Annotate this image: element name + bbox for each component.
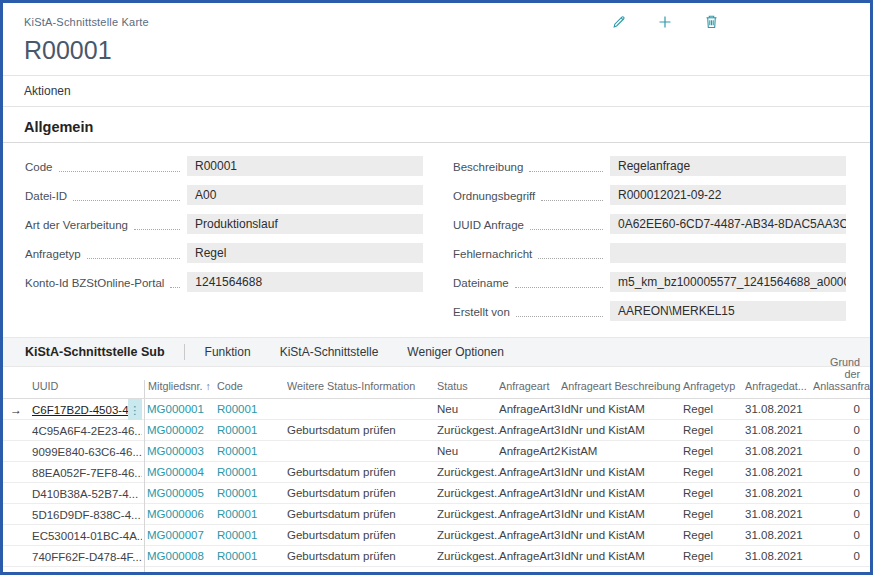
field-value-input[interactable]: R00001	[187, 156, 423, 176]
cell-anfrageart-beschreibung[interactable]: IdNr und KistAM	[561, 504, 683, 525]
cell-anfrageart[interactable]: AnfrageArt3	[499, 504, 561, 525]
cell-anfrageart-beschreibung[interactable]: IdNr und KistAM	[561, 525, 683, 546]
cell-code-link[interactable]: R00001	[217, 399, 287, 420]
cell-mitgliedsnr-link[interactable]: MG000008	[145, 546, 217, 567]
cell-anfragedatum[interactable]: 31.08.2021	[745, 441, 813, 462]
cell-grund-der-anlassanfrage[interactable]: 0	[813, 441, 870, 462]
subform-title[interactable]: KiStA-Schnittstelle Sub	[25, 345, 165, 359]
cell-uuid[interactable]: 88EA052F-7EF8-46... ⋮	[29, 462, 145, 483]
table-row[interactable]: → 740FF62F-D478-4F... ⋮ MG000008 R00001 …	[3, 546, 870, 567]
cell-anfragetyp[interactable]: Regel	[683, 399, 745, 420]
cell-anfrageart-beschreibung[interactable]: KistAM	[561, 441, 683, 462]
cell-status[interactable]: Zurückgest...	[437, 525, 499, 546]
cell-status[interactable]: Zurückgest...	[437, 420, 499, 441]
cell-mitgliedsnr-link[interactable]: MG000002	[145, 420, 217, 441]
cell-weitere-status-information[interactable]: Geburtsdatum prüfen	[287, 420, 437, 441]
menu-item-kista-schnittstelle[interactable]: KiStA-Schnittstelle	[280, 345, 379, 359]
field-value-input[interactable]: Regelanfrage	[610, 156, 846, 176]
cell-anfrageart-beschreibung[interactable]: IdNr und KistAM	[561, 462, 683, 483]
table-row[interactable]: → D6651B12-9E75-48... ⋮ MG000009 R00001 …	[3, 567, 870, 575]
cell-code-link[interactable]: R00001	[217, 525, 287, 546]
cell-weitere-status-information[interactable]: Geburtsdatum prüfen	[287, 546, 437, 567]
cell-anfrageart[interactable]: AnfrageArt3	[499, 462, 561, 483]
table-row[interactable]: → 5D16D9DF-838C-4... ⋮ MG000006 R00001 G…	[3, 504, 870, 525]
cell-weitere-status-information[interactable]: Geburtsdatum prüfen	[287, 462, 437, 483]
field-value-input[interactable]: 0A62EE60-6CD7-4487-AB34-8DAC5AA3C428	[610, 214, 846, 234]
cell-status[interactable]: Neu	[437, 441, 499, 462]
cell-anfrageart[interactable]: AnfrageArt3	[499, 483, 561, 504]
cell-status[interactable]: Zurückgest...	[437, 462, 499, 483]
cell-code-link[interactable]: R00001	[217, 441, 287, 462]
cell-anfrageart-beschreibung[interactable]: IdNr und KistAM	[561, 567, 683, 575]
cell-anfragetyp[interactable]: Regel	[683, 546, 745, 567]
row-options-icon[interactable]: ⋮	[128, 399, 142, 420]
actions-menu[interactable]: Aktionen	[24, 84, 71, 98]
cell-mitgliedsnr-link[interactable]: MG000009	[145, 567, 217, 575]
cell-grund-der-anlassanfrage[interactable]: 0	[813, 504, 870, 525]
cell-status[interactable]: Zurückgest...	[437, 504, 499, 525]
general-section-heading[interactable]: Allgemein	[3, 107, 870, 143]
delete-button[interactable]	[702, 13, 720, 31]
cell-mitgliedsnr-link[interactable]: MG000004	[145, 462, 217, 483]
table-row[interactable]: → D410B38A-52B7-4... ⋮ MG000005 R00001 G…	[3, 483, 870, 504]
cell-status[interactable]: Zurückgest...	[437, 546, 499, 567]
column-header-anfragetyp[interactable]: Anfragetyp	[683, 380, 745, 398]
cell-uuid[interactable]: 5D16D9DF-838C-4... ⋮	[29, 504, 145, 525]
cell-anfrageart[interactable]: AnfrageArt3	[499, 399, 561, 420]
cell-status[interactable]: Zurückgest...	[437, 483, 499, 504]
table-row[interactable]: → 88EA052F-7EF8-46... ⋮ MG000004 R00001 …	[3, 462, 870, 483]
cell-mitgliedsnr-link[interactable]: MG000007	[145, 525, 217, 546]
table-row[interactable]: → EC530014-01BC-4A... ⋮ MG000007 R00001 …	[3, 525, 870, 546]
column-header-code[interactable]: Code	[217, 380, 287, 398]
cell-grund-der-anlassanfrage[interactable]: 0	[813, 483, 870, 504]
field-value-input[interactable]: Produktionslauf	[187, 214, 423, 234]
field-value-input[interactable]: Regel	[187, 243, 423, 263]
cell-anfragetyp[interactable]: Regel	[683, 504, 745, 525]
cell-code-link[interactable]: R00001	[217, 462, 287, 483]
cell-anfragedatum[interactable]: 31.08.2021	[745, 420, 813, 441]
cell-uuid[interactable]: 4C95A6F4-2E23-46... ⋮	[29, 420, 145, 441]
cell-code-link[interactable]: R00001	[217, 546, 287, 567]
cell-anfrageart-beschreibung[interactable]: IdNr und KistAM	[561, 420, 683, 441]
cell-status[interactable]: Neu	[437, 399, 499, 420]
column-header-weitere-status-information[interactable]: Weitere Status-Information	[287, 380, 437, 398]
cell-anfragedatum[interactable]: 31.08.2021	[745, 567, 813, 575]
table-row[interactable]: → 9099E840-63C6-46... ⋮ MG000003 R00001 …	[3, 441, 870, 462]
cell-mitgliedsnr-link[interactable]: MG000006	[145, 504, 217, 525]
cell-mitgliedsnr-link[interactable]: MG000003	[145, 441, 217, 462]
cell-anfragedatum[interactable]: 31.08.2021	[745, 546, 813, 567]
cell-anfragedatum[interactable]: 31.08.2021	[745, 504, 813, 525]
column-header-uuid[interactable]: UUID	[29, 380, 145, 398]
table-row[interactable]: → 4C95A6F4-2E23-46... ⋮ MG000002 R00001 …	[3, 420, 870, 441]
cell-grund-der-anlassanfrage[interactable]: 0	[813, 546, 870, 567]
cell-weitere-status-information[interactable]: Geburtsdatum prüfen	[287, 567, 437, 575]
cell-anfrageart-beschreibung[interactable]: IdNr und KistAM	[561, 483, 683, 504]
field-value-input[interactable]: A00	[187, 185, 423, 205]
cell-anfrageart[interactable]: AnfrageArt3	[499, 567, 561, 575]
cell-anfrageart[interactable]: AnfrageArt3	[499, 420, 561, 441]
uuid-value[interactable]: D410B38A-52B7-4...	[32, 484, 138, 504]
cell-mitgliedsnr-link[interactable]: MG000001	[145, 399, 217, 420]
cell-code-link[interactable]: R00001	[217, 483, 287, 504]
column-header-anfrageart[interactable]: Anfrageart	[499, 380, 561, 398]
cell-anfragetyp[interactable]: Regel	[683, 483, 745, 504]
column-header-status[interactable]: Status	[437, 380, 499, 398]
cell-anfragedatum[interactable]: 31.08.2021	[745, 483, 813, 504]
cell-weitere-status-information[interactable]: Geburtsdatum prüfen	[287, 483, 437, 504]
cell-anfragetyp[interactable]: Regel	[683, 462, 745, 483]
cell-status[interactable]: Zurückgest...	[437, 567, 499, 575]
cell-anfragetyp[interactable]: Regel	[683, 567, 745, 575]
field-value-input[interactable]: m5_km_bz100005577_1241564688_a00001.xml	[610, 272, 846, 292]
column-header-anfragedatum[interactable]: Anfragedat...	[745, 380, 813, 398]
cell-anfragetyp[interactable]: Regel	[683, 441, 745, 462]
new-button[interactable]	[656, 13, 674, 31]
cell-anfrageart[interactable]: AnfrageArt3	[499, 546, 561, 567]
cell-mitgliedsnr-link[interactable]: MG000005	[145, 483, 217, 504]
cell-grund-der-anlassanfrage[interactable]: 0	[813, 567, 870, 575]
cell-uuid[interactable]: EC530014-01BC-4A... ⋮	[29, 525, 145, 546]
uuid-value[interactable]: 4C95A6F4-2E23-46...	[32, 421, 142, 441]
field-value-input[interactable]: 1241564688	[187, 272, 423, 292]
cell-grund-der-anlassanfrage[interactable]: 0	[813, 399, 870, 420]
cell-anfragedatum[interactable]: 31.08.2021	[745, 399, 813, 420]
cell-grund-der-anlassanfrage[interactable]: 0	[813, 462, 870, 483]
